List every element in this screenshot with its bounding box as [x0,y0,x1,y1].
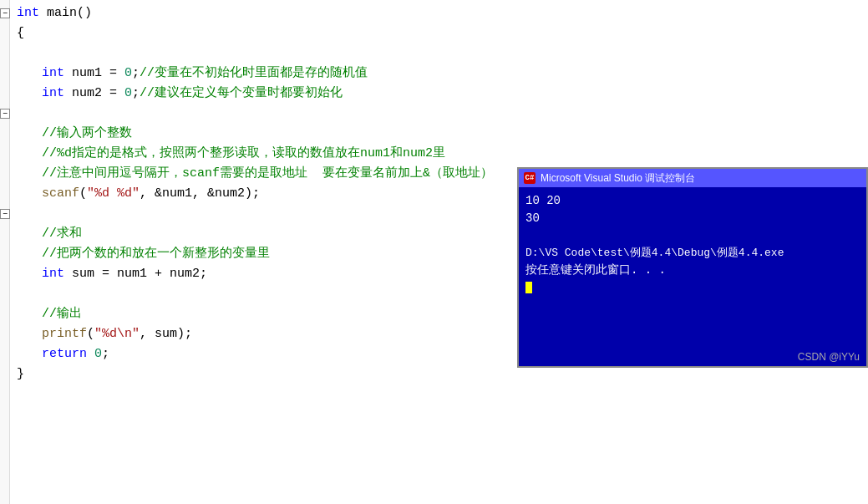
collapse-scanf-btn[interactable]: − [0,109,10,119]
code-line-comment-2: //%d指定的是格式，按照两个整形读取，读取的数值放在num1和num2里 [17,144,861,164]
left-gutter: − − − [0,0,10,504]
terminal-line-1: 10 20 [525,192,860,210]
terminal-body: 10 20 30 D:\VS Code\test\例题4.4\Debug\例题4… [519,187,866,302]
code-line-1: int main () [17,3,861,23]
code-line-num2: int num2 = 0 ; //建议在定义每个变量时都要初始化 [17,84,861,104]
function-name: main [47,3,77,23]
terminal-footer: CSDN @iYYu [798,351,860,363]
terminal-cursor-line [525,279,860,297]
terminal-titlebar: C# Microsoft Visual Studio 调试控制台 [519,169,866,187]
terminal-title: Microsoft Visual Studio 调试控制台 [541,171,695,186]
code-line-num1: int num1 = 0 ; //变量在不初始化时里面都是存的随机值 [17,64,861,84]
terminal-window[interactable]: C# Microsoft Visual Studio 调试控制台 10 20 3… [517,167,868,368]
editor-container: − − − [0,0,868,504]
code-line-empty-2 [17,104,861,124]
collapse-sum-btn[interactable]: − [0,209,10,219]
terminal-line-3 [525,227,860,245]
code-line-comment-1: //输入两个整数 [17,124,861,144]
terminal-line-2: 30 [525,210,860,227]
keyword-int: int [17,3,39,23]
collapse-markers: − − − [0,0,9,284]
code-line-empty-1 [17,43,861,64]
code-area[interactable]: int main () { int num1 = 0 ; //变量在不初始化时里… [10,0,868,504]
collapse-main-btn[interactable]: − [0,8,10,18]
code-line-brace-open: { [17,23,861,43]
terminal-prompt: 按任意键关闭此窗口. . . [525,262,860,279]
terminal-path: D:\VS Code\test\例题4.4\Debug\例题4.4.exe [525,245,860,262]
terminal-app-icon: C# [524,172,536,184]
terminal-cursor [525,282,532,293]
